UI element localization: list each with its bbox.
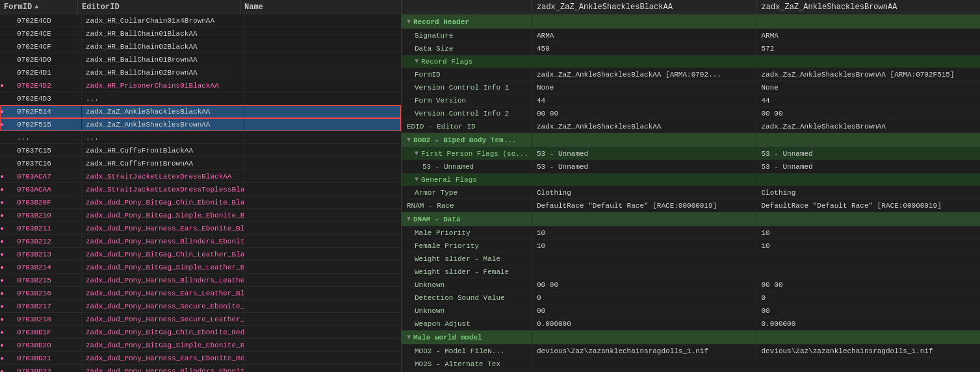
detail-row[interactable]: EDID - Editor IDzadx_ZaZ_AnkleShacklesBl… bbox=[402, 120, 980, 133]
cell-editorid: zadx_StraitJacketLatexDressBlackAA bbox=[82, 170, 244, 182]
detail-row[interactable]: ▼ Male world model bbox=[402, 330, 980, 345]
detail-row[interactable]: MOD2 - Model FileN...devious\Zaz\zazankl… bbox=[402, 345, 980, 358]
cell-name bbox=[244, 222, 401, 234]
detail-val1 bbox=[532, 173, 756, 186]
detail-row[interactable]: Female Priority1010 bbox=[402, 240, 980, 253]
row-marker-dot bbox=[1, 123, 3, 126]
row-marker-dot bbox=[1, 201, 3, 204]
table-body[interactable]: 0702E4CDzadx_HR_CollarChain01x4BrownAA07… bbox=[0, 14, 401, 372]
table-row[interactable]: 0703B217zadx_dud_Pony_Harness_Secure_Ebo… bbox=[0, 300, 401, 313]
detail-val2 bbox=[756, 253, 981, 265]
table-row[interactable]: 07037C15zadx_HR_CuffsFrontBlackAA bbox=[0, 144, 401, 157]
subsection-label: General Flags bbox=[421, 176, 477, 184]
row-marker-dot bbox=[1, 240, 3, 243]
cell-formid: 07037C15 bbox=[4, 144, 82, 156]
detail-row[interactable]: 53 - Unnamed53 - Unnamed53 - Unnamed bbox=[402, 160, 980, 173]
table-row[interactable]: 0703B210zadx_dud_Pony_BitGag_Simple_Ebon… bbox=[0, 209, 401, 222]
table-row[interactable]: 0703B216zadx_dud_Pony_Harness_Ears_Leath… bbox=[0, 287, 401, 300]
cell-editorid: zadx_dud_Pony_Harness_Blinders_Ebonite_R… bbox=[82, 365, 244, 372]
detail-row[interactable]: MO2S - Alternate Tex bbox=[402, 358, 980, 371]
detail-row[interactable]: ▼ Record Header bbox=[402, 15, 980, 29]
detail-row[interactable]: Detection Sound Value00 bbox=[402, 291, 980, 304]
cell-editorid: zadx_dud_Pony_BitGag_Chin_Ebonite_BlackA… bbox=[82, 196, 244, 208]
detail-val1: 53 - Unnamed bbox=[532, 147, 756, 160]
table-row[interactable]: 0702E4D1zadx_HR_BallChain02BrownAA bbox=[0, 66, 401, 79]
detail-label: FormID bbox=[402, 68, 532, 81]
detail-label: MO2S - Alternate Tex bbox=[402, 358, 532, 370]
detail-row[interactable]: ▼ BOD2 - Biped Body Tem... bbox=[402, 133, 980, 147]
detail-val2 bbox=[756, 173, 981, 186]
detail-row[interactable]: FormIDzadx_ZaZ_AnkleShacklesBlackAA [ARM… bbox=[402, 68, 980, 81]
leaf-label: Version Control Info 1 bbox=[415, 84, 509, 92]
cell-formid: 0703BD20 bbox=[4, 339, 82, 351]
table-row[interactable]: 0703ACA7zadx_StraitJacketLatexDressBlack… bbox=[0, 170, 401, 183]
table-row[interactable]: 0702E4CFzadx_HR_BallChain02BlackAA bbox=[0, 40, 401, 53]
detail-val1 bbox=[532, 212, 756, 226]
table-row[interactable]: 0703ACAAzadx_StraitJacketLatexDressTople… bbox=[0, 183, 401, 196]
table-row[interactable]: 0703B20Fzadx_dud_Pony_BitGag_Chin_Ebonit… bbox=[0, 196, 401, 209]
table-row[interactable]: ...... bbox=[0, 131, 401, 144]
table-row[interactable]: 0703B215zadx_dud_Pony_Harness_Blinders_L… bbox=[0, 274, 401, 287]
table-row[interactable]: 0702E4CEzadx_HR_BallChain01BlackAA bbox=[0, 27, 401, 40]
detail-row[interactable]: Armor TypeClothingClothing bbox=[402, 186, 980, 199]
table-row[interactable]: 0703B218zadx_dud_Pony_Harness_Secure_Lea… bbox=[0, 313, 401, 326]
detail-body[interactable]: ▼ Record HeaderSignatureARMAARMAData Siz… bbox=[402, 15, 980, 372]
detail-val1: 44 bbox=[532, 94, 756, 106]
table-row[interactable]: 0702E4CDzadx_HR_CollarChain01x4BrownAA bbox=[0, 14, 401, 27]
table-row[interactable]: 0702E4D0zadx_HR_BallChain01BrownAA bbox=[0, 53, 401, 66]
detail-row[interactable]: Weapon Adjust0.0000000.000000 bbox=[402, 317, 980, 330]
cell-name bbox=[244, 235, 401, 247]
table-row[interactable]: 0703B211zadx_dud_Pony_Harness_Ears_Eboni… bbox=[0, 222, 401, 235]
detail-row[interactable]: Data Size458572 bbox=[402, 42, 980, 55]
detail-row[interactable]: Version Control Info 1NoneNone bbox=[402, 81, 980, 94]
detail-val1: ARMA bbox=[532, 29, 756, 42]
section-label: DNAM - Data bbox=[413, 216, 461, 223]
row-marker-dot bbox=[1, 357, 3, 360]
col-formid-header[interactable]: FormID ▲ bbox=[0, 0, 78, 14]
table-row[interactable]: 0703B213zadx_dud_Pony_BitGag_Chin_Leathe… bbox=[0, 248, 401, 261]
detail-row[interactable]: ▼ General Flags bbox=[402, 173, 980, 186]
detail-row[interactable]: Weight slider - Female bbox=[402, 266, 980, 279]
table-row[interactable]: 0702E4D2zadx_HR_PrisonerChains01BlackAA bbox=[0, 79, 401, 92]
detail-row[interactable]: Version Control Info 200 0000 00 bbox=[402, 107, 980, 120]
detail-row[interactable]: RNAM - RaceDefaultRace "Default Race" [R… bbox=[402, 199, 980, 212]
detail-label: ▼ Record Header bbox=[402, 15, 532, 29]
table-row[interactable]: 0703BD22zadx_dud_Pony_Harness_Blinders_E… bbox=[0, 365, 401, 372]
detail-label: Unknown bbox=[402, 279, 532, 291]
detail-row[interactable]: Unknown00 0000 00 bbox=[402, 279, 980, 291]
cell-editorid: zadx_dud_Pony_Harness_Ears_Leather_Black… bbox=[82, 287, 244, 299]
cell-editorid: zadx_dud_Pony_Harness_Secure_Leather_Bla… bbox=[82, 313, 244, 325]
cell-formid: 0702E4CE bbox=[4, 27, 82, 40]
col-editorid-header[interactable]: EditorID bbox=[78, 0, 240, 14]
cell-formid: 0702E4D2 bbox=[4, 79, 82, 92]
detail-row[interactable]: SignatureARMAARMA bbox=[402, 29, 980, 42]
table-row[interactable]: 0702F514zadx_ZaZ_AnkleShacklesBlackAA bbox=[0, 105, 401, 118]
detail-row[interactable]: Unknown0000 bbox=[402, 304, 980, 317]
left-panel: FormID ▲ EditorID Name 0702E4CDzadx_HR_C… bbox=[0, 0, 402, 372]
detail-row[interactable]: ▼ DNAM - Data bbox=[402, 212, 980, 227]
table-row[interactable]: 0703BD21zadx_dud_Pony_Harness_Ears_Eboni… bbox=[0, 352, 401, 365]
name-label: Name bbox=[244, 3, 263, 12]
table-row[interactable]: 0702F515zadx_ZaZ_AnkleShacklesBrownAA bbox=[0, 118, 401, 131]
detail-val1: 00 00 bbox=[532, 107, 756, 119]
detail-row[interactable]: Form Version4444 bbox=[402, 94, 980, 107]
leaf-label: Detection Sound Value bbox=[415, 294, 505, 302]
detail-row[interactable]: ▼ First Person Flags (so...53 - Unnamed5… bbox=[402, 147, 980, 160]
leaf-label: Female Priority bbox=[415, 242, 479, 250]
detail-val1: Clothing bbox=[532, 186, 756, 199]
cell-editorid: zadx_ZaZ_AnkleShacklesBrownAA bbox=[82, 118, 244, 130]
cell-formid: 0702F515 bbox=[4, 118, 82, 130]
table-row[interactable]: 07037C16zadx_HR_CuffsFrontBrownAA bbox=[0, 157, 401, 170]
detail-row[interactable]: ▼ Record Flags bbox=[402, 55, 980, 68]
table-row[interactable]: 0703B214zadx_dud_Pony_BitGag_Simple_Leat… bbox=[0, 261, 401, 274]
col-name-header[interactable]: Name bbox=[240, 0, 401, 14]
detail-row[interactable]: Weight slider - Male bbox=[402, 253, 980, 266]
table-row[interactable]: 0703B212zadx_dud_Pony_Harness_Blinders_E… bbox=[0, 235, 401, 248]
detail-label: Version Control Info 2 bbox=[402, 107, 532, 119]
table-row[interactable]: 0702E4D3... bbox=[0, 92, 401, 105]
detail-row[interactable]: Male Priority1010 bbox=[402, 227, 980, 240]
table-row[interactable]: 0703BD1Fzadx_dud_Pony_BitGag_Chin_Ebonit… bbox=[0, 326, 401, 339]
table-row[interactable]: 0703BD20zadx_dud_Pony_BitGag_Simple_Ebon… bbox=[0, 339, 401, 352]
detail-val1: 0.000000 bbox=[532, 317, 756, 330]
cell-formid: 0703B217 bbox=[4, 300, 82, 312]
